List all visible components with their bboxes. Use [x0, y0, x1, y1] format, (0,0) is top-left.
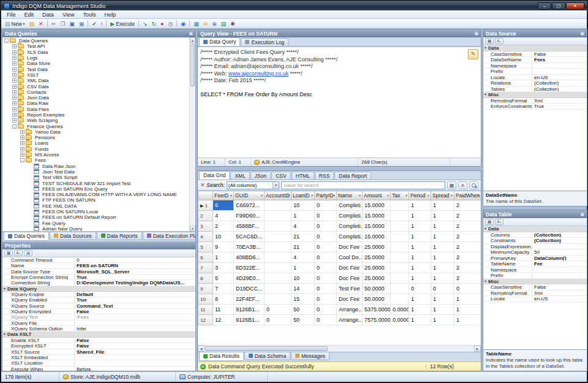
property-row-datasetname[interactable]: DataSetNameFees	[483, 57, 587, 63]
grid-cell[interactable]: 0.0000	[391, 305, 409, 315]
tree-expander-icon[interactable]: +	[12, 101, 17, 105]
tree-expander-icon[interactable]: +	[12, 113, 17, 117]
tree-item-test-data[interactable]: +Test Data	[2, 66, 189, 72]
grid-cell[interactable]: Completi...	[337, 200, 363, 211]
sort-az-button[interactable]: A↓	[14, 250, 23, 256]
format-tab-csv[interactable]: CSV	[271, 172, 290, 180]
tree-expander-icon[interactable]: +	[12, 85, 17, 89]
explorer-tab-data-sources[interactable]: Data Sources	[50, 232, 96, 240]
grid-cell[interactable]: D19DCC...	[234, 284, 265, 294]
tree-expander-icon[interactable]: +	[20, 130, 24, 134]
tree-item-yahoo-data[interactable]: +Yahoo Data	[2, 129, 189, 135]
property-row-tables[interactable]: Tables(Collection)	[483, 86, 587, 93]
tree-item-xls-data[interactable]: +XLS Data	[2, 50, 189, 55]
categorize-button[interactable]: ▦	[485, 38, 494, 44]
grid-cell[interactable]: Cool Do...	[337, 252, 363, 263]
format-tab-json[interactable]: JSon	[251, 172, 271, 180]
grid-cell[interactable]	[265, 242, 292, 252]
menu-edit[interactable]: Edit	[20, 11, 39, 18]
data-grid-button[interactable]: ▦	[192, 20, 201, 28]
row-header[interactable]: 12	[198, 315, 213, 325]
grid-cell[interactable]	[391, 263, 409, 273]
save-button[interactable]: ▣	[67, 20, 77, 28]
grid-cell[interactable]: Doc Fee	[337, 273, 363, 284]
tree-item-pensions[interactable]: +Pensions	[2, 135, 189, 140]
tree-item-logs[interactable]: +Logs	[2, 55, 189, 61]
dock-icon[interactable]: ▣	[474, 31, 478, 36]
grid-cell[interactable]: 15	[292, 294, 315, 305]
format-tab-html[interactable]: HTML	[292, 172, 314, 180]
property-category-data[interactable]: ▾Data	[483, 45, 587, 51]
grid-cell[interactable]: 0	[315, 232, 337, 242]
property-row-namespace[interactable]: Namespace	[483, 267, 587, 273]
grid-cell[interactable]: 1	[409, 242, 431, 252]
column-header-period[interactable]: Period▼	[409, 191, 431, 200]
grid-cell[interactable]	[265, 221, 292, 232]
grid-cell[interactable]: 15.0000	[363, 232, 391, 242]
grid-cell[interactable]: 25.0000	[363, 252, 391, 263]
tree-item-data-queries[interactable]: -Data Queries	[2, 38, 189, 44]
grid-cell[interactable]: 2	[213, 221, 234, 232]
scroll-thumb[interactable]	[205, 346, 328, 351]
grid-cell[interactable]: 15.0000	[363, 221, 391, 232]
tree-expander-icon[interactable]: +	[20, 141, 24, 145]
property-row-xquery-text[interactable]: XQuery Text/Fees	[2, 314, 195, 320]
grid-cell[interactable]: 1	[292, 211, 315, 221]
grid-cell[interactable]: 4	[292, 252, 315, 263]
grid-cell[interactable]: 1	[409, 263, 431, 273]
property-category-data-xquery[interactable]: ▾Data XQuery	[2, 286, 195, 292]
grid-cell[interactable]: 0	[315, 200, 337, 211]
report-button[interactable]: ▤	[219, 20, 228, 28]
grid-cell[interactable]: 0	[315, 252, 337, 263]
column-header-paidwhen[interactable]: PaidWhen▼	[454, 191, 481, 200]
filter-arrow-icon[interactable]: ▼	[333, 194, 336, 197]
tree-item-contacts[interactable]: +Contacts	[2, 89, 189, 95]
property-row-casesensitive[interactable]: CaseSensitiveFalse	[483, 284, 587, 290]
menu-file[interactable]: File	[2, 11, 20, 18]
grid-cell[interactable]: 4	[213, 211, 234, 221]
column-header-loanid[interactable]: LoanID▼	[292, 191, 315, 200]
menu-tools[interactable]: Tools	[78, 11, 100, 18]
scroll-left-icon[interactable]: ◀	[198, 346, 205, 352]
grid-view-button[interactable]: ▦	[447, 181, 456, 189]
tree-item-fee-xml-data[interactable]: FEE XML DATA	[2, 203, 189, 209]
property-row-remotingformat[interactable]: RemotingFormatXml	[483, 290, 587, 297]
grid-cell[interactable]: 0	[265, 315, 292, 325]
property-row-namespace[interactable]: Namespace	[483, 63, 587, 69]
tree-item-fees-on-saturn-default-report[interactable]: FEES on SATURN Default Report	[2, 214, 189, 220]
grid-cell[interactable]: 5375.0000	[363, 305, 391, 315]
property-category-misc[interactable]: ▾Misc	[483, 92, 587, 98]
filter-arrow-icon[interactable]: ▼	[358, 194, 361, 197]
grid-cell[interactable]: 10	[292, 200, 315, 211]
query-tab-execution-log[interactable]: Execution Log	[241, 38, 288, 46]
tree-item-data-files[interactable]: +Data Files	[2, 107, 189, 112]
property-row-xslt-location[interactable]: XSLT Location	[2, 360, 195, 366]
grid-cell[interactable]: F99D60...	[234, 211, 265, 221]
tree-expander-icon[interactable]: -	[4, 39, 9, 43]
grid-cell[interactable]: Arrange...	[337, 315, 363, 325]
tree-item-fees-on-ajevans-com-http-with-a-very-long-name[interactable]: FEES ON AJEVANS.COM HTTP WITH A VERY LON…	[2, 192, 189, 197]
property-category-misc[interactable]: ▾Misc	[483, 279, 587, 285]
filter-arrow-icon[interactable]: ▼	[311, 194, 314, 197]
settings-button[interactable]: ✱	[228, 20, 237, 28]
column-header-feeid[interactable]: FeeID▼	[213, 191, 234, 200]
property-row-data-source-type[interactable]: Data Source TypeMicrosoft_SQL_Server	[2, 269, 195, 275]
grid-cell[interactable]: 7	[213, 284, 234, 294]
grid-cell[interactable]: Arrange...	[337, 305, 363, 315]
format-tab-data-report[interactable]: Data Report	[334, 172, 371, 180]
tree-scrollbar[interactable]: ▲ ▼	[189, 37, 195, 231]
sort-az-button[interactable]: A↓	[495, 219, 503, 225]
filter-arrow-icon[interactable]: ▼	[386, 194, 390, 197]
menu-view[interactable]: View	[58, 11, 78, 18]
property-row-xquery-engine[interactable]: XQuery EngineDefault	[2, 292, 195, 297]
clear-search-icon[interactable]: ✕	[200, 182, 205, 188]
grid-cell[interactable]	[265, 284, 292, 294]
grid-cell[interactable]: 1	[454, 294, 481, 305]
grid-cell[interactable]: 1	[409, 232, 431, 242]
grid-cell[interactable]: 9126B1...	[234, 305, 265, 315]
grid-cell[interactable]: 0	[409, 284, 431, 294]
grid-cell[interactable]: 1	[431, 294, 454, 305]
property-pages-button[interactable]: ▤	[24, 250, 32, 256]
validate-button[interactable]: ✔	[90, 20, 99, 28]
grid-cell[interactable]: 25.0000	[363, 242, 391, 252]
